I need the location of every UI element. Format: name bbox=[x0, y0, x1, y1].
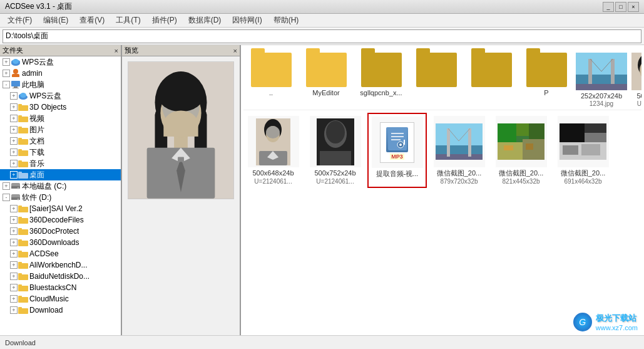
folder-icon-bluestacks bbox=[18, 283, 28, 292]
svg-rect-115 bbox=[581, 144, 600, 155]
folder-item-dark1[interactable] bbox=[411, 53, 461, 107]
menu-database[interactable]: 数据库(D) bbox=[183, 14, 227, 27]
menu-tools[interactable]: 工具(T) bbox=[111, 14, 145, 27]
menu-internet[interactable]: 因特网(I) bbox=[227, 14, 267, 27]
tree-item-wps-cloud[interactable]: + WPS云盘 bbox=[0, 56, 121, 68]
expand-download[interactable]: + bbox=[10, 306, 18, 314]
expand-wps-cloud[interactable]: + bbox=[3, 58, 10, 66]
tree-item-pictures[interactable]: + 图片 bbox=[0, 124, 121, 135]
folder-icon-downloads bbox=[18, 148, 28, 157]
tree-item-360decode[interactable]: + 360DecodeFiles bbox=[0, 214, 121, 226]
expand-acdsee[interactable]: + bbox=[10, 250, 18, 258]
expand-admin[interactable]: + bbox=[3, 70, 10, 77]
file-item-aerial[interactable]: 微信截图_20... 821x445x32b bbox=[491, 113, 551, 187]
tree-item-download[interactable]: + Download bbox=[0, 305, 121, 316]
tree-item-thispc[interactable]: - 此电脑 bbox=[0, 79, 121, 90]
tree-item-admin[interactable]: + admin bbox=[0, 68, 121, 79]
file-item-dark[interactable]: 500x752x24b U=2124061... bbox=[305, 113, 365, 187]
tree-item-saier[interactable]: + [Saier]SAI Ver.2 bbox=[0, 203, 121, 214]
maximize-button[interactable]: □ bbox=[615, 2, 626, 12]
expand-music[interactable]: + bbox=[10, 160, 18, 167]
menu-help[interactable]: 帮助(H) bbox=[268, 14, 304, 27]
folder-thumb-sg bbox=[361, 53, 402, 87]
expand-cloudmusic[interactable]: + bbox=[10, 295, 18, 303]
svg-rect-111 bbox=[585, 123, 606, 133]
tree-item-acdsee[interactable]: + ACDSee bbox=[0, 248, 121, 259]
menu-file[interactable]: 文件(F) bbox=[3, 14, 37, 27]
file-dims-bridge: 879x720x32b bbox=[440, 178, 478, 185]
expand-saier[interactable]: + bbox=[10, 205, 18, 212]
file-thumb-portrait bbox=[248, 116, 299, 167]
address-bar[interactable]: D:\tools\桌面 bbox=[3, 29, 641, 43]
svg-rect-24 bbox=[18, 160, 22, 163]
tree-item-music[interactable]: + 音乐 bbox=[0, 158, 121, 169]
expand-pictures[interactable]: + bbox=[10, 126, 18, 133]
tree-item-360docprotect[interactable]: + 360DocProtect bbox=[0, 226, 121, 237]
svg-point-3 bbox=[13, 59, 19, 64]
menu-plugins[interactable]: 插件(P) bbox=[147, 14, 182, 27]
file-item-bridge[interactable]: 微信截图_20... 879x720x32b bbox=[429, 113, 489, 187]
folder-thumb-myeditor bbox=[306, 53, 347, 87]
file-item-bw[interactable]: 微信截图_20... 691x464x32b bbox=[553, 113, 613, 187]
menu-edit[interactable]: 编辑(E) bbox=[38, 14, 73, 27]
expand-desktop[interactable]: + bbox=[10, 171, 18, 179]
expand-documents[interactable]: + bbox=[10, 137, 18, 145]
preview-close[interactable]: × bbox=[233, 47, 237, 55]
svg-point-29 bbox=[18, 187, 19, 189]
file-item-portrait[interactable]: 500x648x24b U=2124061... bbox=[243, 113, 303, 187]
file-item-bridge-top[interactable]: 252x207x24b 1234.jpg bbox=[576, 53, 626, 107]
tree-item-downloads[interactable]: + 下载 bbox=[0, 147, 121, 158]
file-thumb-aerial bbox=[496, 116, 547, 167]
tree-item-360downloads[interactable]: + 360Downloads bbox=[0, 237, 121, 248]
tree-item-disk-d[interactable]: - 软件 (D:) bbox=[0, 192, 121, 203]
folder-icon-saier bbox=[18, 204, 28, 213]
folder-item-p[interactable]: P bbox=[521, 53, 571, 107]
file-name-bridge: 微信截图_20... bbox=[437, 169, 482, 177]
expand-thispc[interactable]: - bbox=[3, 81, 10, 88]
minimize-button[interactable]: _ bbox=[603, 2, 614, 12]
main-layout: 文件夹 × + WPS云盘 + admin - bbox=[0, 45, 644, 349]
cloud-icon-2 bbox=[18, 91, 28, 100]
folder-name-p: P bbox=[544, 88, 548, 97]
expand-360docprotect[interactable]: + bbox=[10, 227, 18, 235]
menu-view[interactable]: 查看(V) bbox=[74, 14, 110, 27]
tree-item-baidunetdisk[interactable]: + BaiduNetdiskDo... bbox=[0, 271, 121, 282]
folder-panel-close[interactable]: × bbox=[115, 47, 118, 55]
expand-360decode[interactable]: + bbox=[10, 216, 18, 224]
file-thumb-dark bbox=[310, 116, 361, 167]
tree-item-cloudmusic[interactable]: + CloudMusic bbox=[0, 293, 121, 305]
expand-video[interactable]: + bbox=[10, 115, 18, 122]
folder-thumb-dark1 bbox=[416, 53, 457, 87]
tree-item-wps2[interactable]: + WPS云盘 bbox=[0, 90, 121, 102]
svg-rect-20 bbox=[18, 138, 22, 140]
svg-rect-108 bbox=[526, 143, 533, 150]
tree-item-documents[interactable]: + 文档 bbox=[0, 135, 121, 147]
folder-item-sg[interactable]: sgllqpcnb_x... bbox=[356, 53, 406, 107]
file-item-photo-top[interactable]: 500x... U=21... bbox=[631, 53, 641, 107]
tree-item-aliworkbench[interactable]: + AliWorkbenchD... bbox=[0, 259, 121, 271]
expand-baidunetdisk[interactable]: + bbox=[10, 273, 18, 280]
file-item-mp3[interactable]: MP3 提取音频-视... bbox=[367, 113, 427, 187]
tree-item-bluestacks[interactable]: + BluestacksCN bbox=[0, 282, 121, 293]
close-button[interactable]: × bbox=[628, 2, 639, 12]
expand-disk-c[interactable]: + bbox=[3, 182, 10, 190]
cloud-icon bbox=[11, 58, 21, 66]
tree-item-desktop[interactable]: + 桌面 bbox=[0, 169, 121, 180]
folder-item-myeditor[interactable]: MyEditor bbox=[301, 53, 351, 107]
tree-label-saier: [Saier]SAI Ver.2 bbox=[29, 204, 83, 213]
expand-wps2[interactable]: + bbox=[10, 92, 18, 100]
expand-disk-d[interactable]: - bbox=[3, 194, 10, 201]
tree-label-desktop: 桌面 bbox=[29, 170, 44, 180]
folder-item-parent[interactable]: .. bbox=[246, 53, 296, 107]
file-dims-bridge-top: 1234.jpg bbox=[590, 100, 613, 107]
expand-3dobjects[interactable]: + bbox=[10, 103, 18, 111]
expand-downloads[interactable]: + bbox=[10, 148, 18, 156]
expand-aliworkbench[interactable]: + bbox=[10, 261, 18, 269]
svg-rect-98 bbox=[468, 128, 471, 157]
tree-item-disk-c[interactable]: + 本地磁盘 (C:) bbox=[0, 180, 121, 192]
tree-item-video[interactable]: + 视频 bbox=[0, 113, 121, 124]
expand-360downloads[interactable]: + bbox=[10, 239, 18, 246]
expand-bluestacks[interactable]: + bbox=[10, 284, 18, 291]
tree-item-3dobjects[interactable]: + 3D Objects bbox=[0, 102, 121, 113]
folder-item-dark2[interactable] bbox=[466, 53, 516, 107]
